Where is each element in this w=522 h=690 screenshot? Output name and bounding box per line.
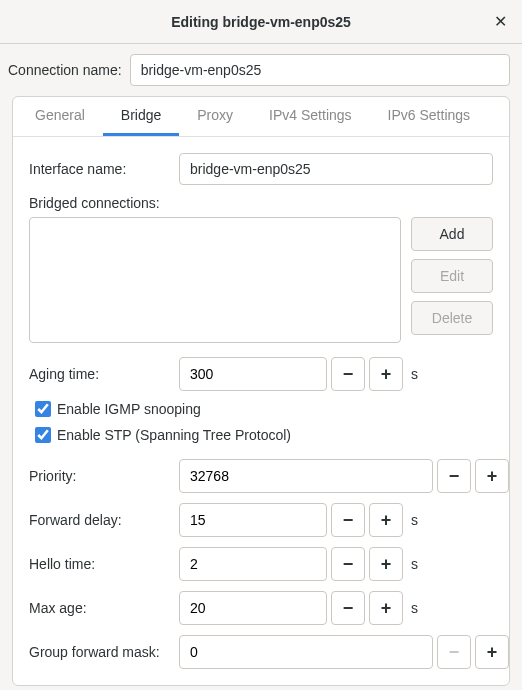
aging-time-decrement[interactable]: − xyxy=(331,357,365,391)
max-age-decrement[interactable]: − xyxy=(331,591,365,625)
interface-name-input[interactable] xyxy=(179,153,493,185)
group-forward-mask-decrement: − xyxy=(437,635,471,669)
minus-icon: − xyxy=(343,365,354,383)
max-age-increment[interactable]: + xyxy=(369,591,403,625)
tabs-container: General Bridge Proxy IPv4 Settings IPv6 … xyxy=(12,96,510,686)
edit-button: Edit xyxy=(411,259,493,293)
minus-icon: − xyxy=(343,555,354,573)
aging-time-input[interactable] xyxy=(179,357,327,391)
hello-time-decrement[interactable]: − xyxy=(331,547,365,581)
max-age-input[interactable] xyxy=(179,591,327,625)
hello-time-label: Hello time: xyxy=(29,556,169,572)
bridged-connections-list[interactable] xyxy=(29,217,401,343)
hello-time-input[interactable] xyxy=(179,547,327,581)
interface-name-label: Interface name: xyxy=(29,161,169,177)
tab-body-bridge: Interface name: Bridged connections: Add… xyxy=(13,137,509,685)
max-age-unit: s xyxy=(411,600,418,616)
forward-delay-label: Forward delay: xyxy=(29,512,169,528)
aging-time-unit: s xyxy=(411,366,418,382)
window-title: Editing bridge-vm-enp0s25 xyxy=(171,14,351,30)
forward-delay-increment[interactable]: + xyxy=(369,503,403,537)
minus-icon: − xyxy=(449,643,460,661)
hello-time-unit: s xyxy=(411,556,418,572)
plus-icon: + xyxy=(381,511,392,529)
priority-increment[interactable]: + xyxy=(475,459,509,493)
tab-general[interactable]: General xyxy=(17,97,103,136)
close-button[interactable]: ✕ xyxy=(488,10,512,34)
priority-input[interactable] xyxy=(179,459,433,493)
group-forward-mask-increment[interactable]: + xyxy=(475,635,509,669)
tab-bridge[interactable]: Bridge xyxy=(103,97,179,136)
aging-time-label: Aging time: xyxy=(29,366,169,382)
minus-icon: − xyxy=(449,467,460,485)
tabs: General Bridge Proxy IPv4 Settings IPv6 … xyxy=(13,97,509,137)
minus-icon: − xyxy=(343,511,354,529)
priority-decrement[interactable]: − xyxy=(437,459,471,493)
forward-delay-input[interactable] xyxy=(179,503,327,537)
plus-icon: + xyxy=(381,599,392,617)
igmp-label: Enable IGMP snooping xyxy=(57,401,201,417)
plus-icon: + xyxy=(487,467,498,485)
tab-proxy[interactable]: Proxy xyxy=(179,97,251,136)
aging-time-increment[interactable]: + xyxy=(369,357,403,391)
connection-name-row: Connection name: xyxy=(0,44,522,96)
forward-delay-unit: s xyxy=(411,512,418,528)
stp-checkbox[interactable] xyxy=(35,427,51,443)
group-forward-mask-input[interactable] xyxy=(179,635,433,669)
hello-time-increment[interactable]: + xyxy=(369,547,403,581)
delete-button: Delete xyxy=(411,301,493,335)
plus-icon: + xyxy=(381,365,392,383)
tab-ipv6[interactable]: IPv6 Settings xyxy=(370,97,489,136)
max-age-label: Max age: xyxy=(29,600,169,616)
bridged-connections-label: Bridged connections: xyxy=(29,195,493,211)
dialog-footer: Cancel Save xyxy=(0,686,522,690)
igmp-checkbox[interactable] xyxy=(35,401,51,417)
stp-label: Enable STP (Spanning Tree Protocol) xyxy=(57,427,291,443)
titlebar: Editing bridge-vm-enp0s25 ✕ xyxy=(0,0,522,44)
connection-name-input[interactable] xyxy=(130,54,510,86)
minus-icon: − xyxy=(343,599,354,617)
plus-icon: + xyxy=(381,555,392,573)
plus-icon: + xyxy=(487,643,498,661)
group-forward-mask-label: Group forward mask: xyxy=(29,644,169,660)
close-icon: ✕ xyxy=(494,12,507,31)
connection-name-label: Connection name: xyxy=(8,62,122,78)
tab-ipv4[interactable]: IPv4 Settings xyxy=(251,97,370,136)
priority-label: Priority: xyxy=(29,468,169,484)
add-button[interactable]: Add xyxy=(411,217,493,251)
forward-delay-decrement[interactable]: − xyxy=(331,503,365,537)
